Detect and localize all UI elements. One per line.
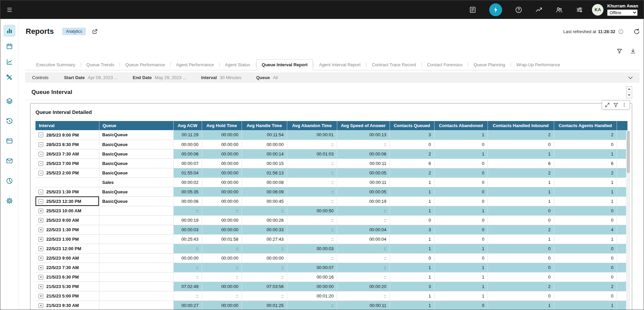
control-value[interactable]: May 29, 2023 ... (155, 75, 186, 80)
expand-toggle-icon[interactable]: + (39, 294, 43, 299)
metric-cell[interactable]: 0 (390, 215, 434, 225)
interval-cell[interactable]: +21/5/23 6:30 PM (35, 272, 99, 282)
metric-cell[interactable]: 0 (488, 140, 554, 149)
metric-cell[interactable]: 00:00:00 (202, 168, 242, 177)
metric-cell[interactable]: 00:00:16 (287, 272, 337, 282)
metric-cell[interactable]: :: (242, 206, 287, 215)
interval-cell[interactable] (35, 177, 99, 187)
vertical-scrollbar[interactable] (626, 130, 630, 310)
queue-cell[interactable] (99, 272, 173, 282)
metric-cell[interactable]: 00:00:00 (173, 253, 202, 263)
metric-cell[interactable]: 1 (434, 130, 488, 140)
metric-cell[interactable]: 00:00:45 (242, 196, 287, 206)
metric-cell[interactable]: 0 (434, 301, 488, 310)
metric-cell[interactable]: 1 (488, 177, 554, 187)
metric-cell[interactable]: 00:00:04 (337, 234, 390, 244)
metric-cell[interactable]: 2 (488, 130, 554, 140)
queue-cell[interactable]: BasicQueue (99, 130, 173, 140)
interval-cell[interactable]: −28/5/23 9:00 PM (35, 130, 99, 140)
metric-cell[interactable]: :: (173, 272, 202, 282)
metric-cell[interactable]: 2 (554, 282, 617, 291)
column-header-avg-handle-time[interactable]: Avg Handle Time (242, 121, 287, 130)
metric-cell[interactable]: 01:55:04 (173, 168, 202, 177)
sidebar-item-mail[interactable] (3, 155, 16, 167)
metric-cell[interactable]: 0 (488, 263, 554, 272)
metric-cell[interactable]: 1 (390, 272, 434, 282)
metric-cell[interactable]: 00:00:00 (202, 282, 242, 291)
interval-cell[interactable]: +22/5/23 1:30 PM (35, 225, 99, 234)
metric-cell[interactable]: 0 (488, 253, 554, 263)
queue-cell[interactable] (99, 301, 173, 310)
sidebar-item-window[interactable] (3, 135, 16, 147)
tab-agent-performance[interactable]: Agent Performance (171, 59, 219, 70)
column-header-contacts-handled-inbound[interactable]: Contacts Handled Inbound (488, 121, 554, 130)
column-header-avg-acw[interactable]: Avg ACW (173, 121, 202, 130)
metric-cell[interactable]: 1 (390, 234, 434, 244)
metric-cell[interactable]: 1 (434, 149, 488, 159)
metric-cell[interactable]: 00:05:35 (173, 187, 202, 196)
metric-cell[interactable]: 00:00:33 (242, 225, 287, 234)
expand-toggle-icon[interactable]: + (39, 256, 43, 261)
expand-toggle-icon[interactable]: + (39, 303, 43, 308)
metric-cell[interactable]: 0 (554, 253, 617, 263)
metric-cell[interactable]: :: (242, 291, 287, 301)
avatar[interactable]: KA (592, 4, 603, 16)
metric-cell[interactable]: 0 (434, 159, 488, 168)
metric-cell[interactable]: 1 (434, 244, 488, 253)
metric-cell[interactable]: :: (202, 206, 242, 215)
tab-queue-performance[interactable]: Queue Performance (120, 59, 170, 70)
expand-toggle-icon[interactable]: + (39, 237, 43, 242)
metric-cell[interactable]: 1 (554, 177, 617, 187)
expand-toggle-icon[interactable]: + (39, 228, 43, 232)
scroll-down-arrow-icon[interactable] (626, 92, 632, 98)
metric-cell[interactable]: 0 (434, 140, 488, 149)
metric-cell[interactable]: 6 (390, 159, 434, 168)
metric-cell[interactable]: 0 (488, 244, 554, 253)
notepad-button[interactable] (469, 6, 476, 14)
column-header-queue[interactable]: Queue (99, 121, 173, 130)
queue-cell[interactable]: BasicQueue (99, 196, 173, 206)
metric-cell[interactable]: 2 (554, 130, 617, 140)
tab-agent-interval-report[interactable]: Agent Interval Report (314, 59, 366, 70)
queue-cell[interactable] (99, 215, 173, 225)
metric-cell[interactable]: 1 (390, 177, 434, 187)
queue-cell[interactable] (99, 234, 173, 244)
metric-cell[interactable]: 1 (554, 196, 617, 206)
tab-queue-planning[interactable]: Queue Planning (469, 59, 510, 70)
metric-cell[interactable]: 1 (390, 187, 434, 196)
tab-executive-summary[interactable]: Executive Summary (31, 59, 80, 70)
column-header-co[interactable]: Co (617, 121, 627, 130)
metric-cell[interactable]: 00:27:43 (242, 234, 287, 244)
metric-cell[interactable]: 00:00:00 (202, 196, 242, 206)
metric-cell[interactable]: 00:00:05 (337, 187, 390, 196)
metric-cell[interactable]: :: (287, 253, 337, 263)
metric-cell[interactable]: 2 (554, 168, 617, 177)
expand-toggle-icon[interactable]: + (39, 275, 43, 280)
zap-button[interactable] (489, 3, 502, 16)
sidebar-item-tools[interactable] (3, 71, 16, 84)
tab-queue-trends[interactable]: Queue Trends (81, 59, 119, 70)
expand-toggle-icon[interactable]: + (39, 209, 43, 213)
metric-cell[interactable]: 0 (434, 234, 488, 244)
metric-cell[interactable]: 0 (488, 215, 554, 225)
metric-cell[interactable]: :: (242, 263, 287, 272)
metric-cell[interactable]: 00:00:03 (287, 244, 337, 253)
metric-cell[interactable]: 1 (434, 291, 488, 301)
metric-cell[interactable]: 00:11:54 (242, 130, 287, 140)
tab-contact-forensics[interactable]: Contact Forensics (422, 59, 468, 70)
metric-cell[interactable]: :: (287, 177, 337, 187)
metric-cell[interactable]: 00:00:00 (202, 225, 242, 234)
metric-cell[interactable]: 00:01:03 (287, 149, 337, 159)
help-button[interactable] (515, 6, 522, 14)
external-link-icon[interactable] (92, 28, 98, 35)
metric-cell[interactable]: 00:00:11 (337, 159, 390, 168)
metric-cell[interactable]: 0 (390, 253, 434, 263)
interval-cell[interactable]: +22/5/23 7:30 AM (35, 263, 99, 272)
expand-toggle-icon[interactable]: + (39, 265, 43, 270)
metric-cell[interactable]: 00:01:25 (242, 301, 287, 310)
column-header-interval[interactable]: Interval (35, 121, 99, 130)
control-value[interactable]: Apr 09, 2023 ... (88, 75, 118, 80)
metric-cell[interactable]: :: (242, 272, 287, 282)
metric-cell[interactable]: 1 (488, 196, 554, 206)
column-header-avg-abandon-time[interactable]: Avg Abandon Time (287, 121, 337, 130)
